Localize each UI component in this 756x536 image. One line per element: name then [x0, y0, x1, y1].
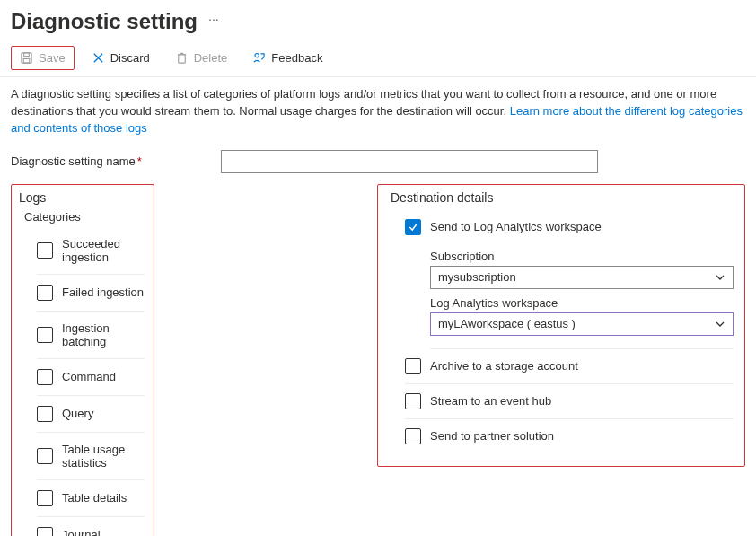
- destinations-title: Destination details: [389, 190, 734, 205]
- workspace-label: Log Analytics workspace: [430, 296, 734, 310]
- save-button[interactable]: Save: [11, 46, 75, 70]
- checkbox[interactable]: [37, 527, 53, 536]
- checkbox[interactable]: [405, 428, 421, 444]
- log-category-row[interactable]: Ingestion batching: [37, 312, 145, 359]
- svg-rect-0: [22, 53, 31, 63]
- svg-point-8: [255, 54, 259, 57]
- checkbox[interactable]: [37, 285, 53, 301]
- destinations-panel: Destination details Send to Log Analytic…: [377, 184, 745, 467]
- dest-option-log-analytics[interactable]: Send to Log Analytics workspace: [405, 210, 734, 244]
- description-text: A diagnostic setting specifies a list of…: [0, 77, 756, 143]
- feedback-button[interactable]: Feedback: [244, 47, 330, 69]
- workspace-select[interactable]: myLAworkspace ( eastus ): [430, 312, 734, 336]
- chevron-down-icon: [715, 272, 725, 283]
- log-category-row[interactable]: Failed ingestion: [37, 275, 145, 312]
- dest-option-eventhub[interactable]: Stream to an event hub: [405, 384, 734, 419]
- dest-option-partner[interactable]: Send to partner solution: [405, 419, 734, 453]
- checkbox-checked[interactable]: [405, 219, 421, 235]
- subscription-select[interactable]: mysubscription: [430, 266, 734, 289]
- checkbox[interactable]: [37, 242, 53, 259]
- log-category-row[interactable]: Query: [37, 396, 145, 433]
- subscription-label: Subscription: [430, 250, 734, 263]
- command-bar: Save Discard Delete Feedback: [0, 40, 756, 77]
- checkbox[interactable]: [37, 406, 53, 422]
- checkbox[interactable]: [37, 490, 53, 506]
- checkbox[interactable]: [37, 448, 53, 464]
- discard-button[interactable]: Discard: [84, 47, 158, 69]
- setting-name-input[interactable]: [221, 150, 598, 173]
- log-category-row[interactable]: Table usage statistics: [37, 433, 145, 480]
- log-category-row[interactable]: Succeeded ingestion: [37, 227, 145, 275]
- categories-label: Categories: [24, 210, 145, 224]
- delete-icon: [175, 51, 189, 65]
- feedback-icon: [252, 51, 266, 65]
- svg-rect-1: [24, 53, 30, 57]
- more-actions[interactable]: ···: [208, 12, 219, 31]
- log-category-row[interactable]: Journal: [37, 517, 145, 536]
- log-category-row[interactable]: Command: [37, 359, 145, 396]
- chevron-down-icon: [715, 319, 725, 330]
- dest-option-storage[interactable]: Archive to a storage account: [405, 349, 734, 384]
- checkbox[interactable]: [37, 369, 53, 385]
- checkbox[interactable]: [37, 327, 53, 343]
- checkbox[interactable]: [405, 393, 421, 409]
- log-category-row[interactable]: Table details: [37, 480, 145, 517]
- svg-rect-5: [178, 55, 185, 63]
- save-icon: [20, 51, 33, 65]
- delete-button: Delete: [167, 47, 236, 69]
- page-title: Diagnostic setting: [11, 9, 198, 34]
- setting-name-label: Diagnostic setting name*: [11, 154, 214, 168]
- svg-rect-2: [23, 58, 30, 63]
- logs-panel: Logs Categories Succeeded ingestion Fail…: [11, 184, 154, 536]
- check-icon: [408, 222, 418, 233]
- discard-icon: [92, 51, 105, 65]
- logs-title: Logs: [17, 190, 145, 205]
- checkbox[interactable]: [405, 358, 421, 374]
